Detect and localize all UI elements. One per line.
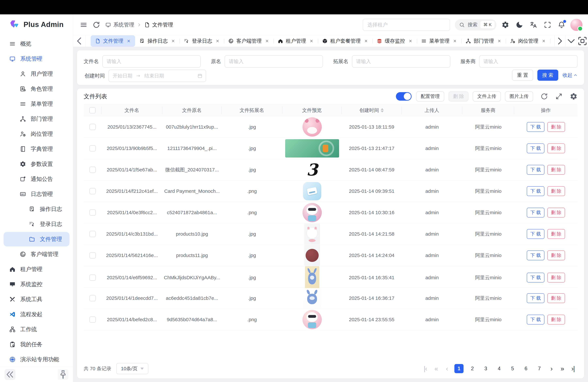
- download-button[interactable]: 下 载: [527, 144, 544, 153]
- tabs-scroll-right-button[interactable]: [554, 35, 566, 47]
- tab-租户管理[interactable]: 租户管理: [273, 35, 318, 47]
- collapse-filters-link[interactable]: 收起: [563, 72, 578, 79]
- sidebar-item-工作流[interactable]: 工作流: [0, 322, 73, 337]
- breadcrumb-item-files[interactable]: 文件管理: [144, 21, 173, 28]
- download-button[interactable]: 下 载: [527, 251, 544, 260]
- 拓展名-input[interactable]: 请输入: [352, 55, 450, 68]
- sidebar-item-字典管理[interactable]: 字典管理: [0, 142, 73, 156]
- file-preview-image[interactable]: [302, 117, 322, 137]
- file-preview-image[interactable]: [302, 203, 322, 222]
- hamburger-icon[interactable]: [80, 21, 87, 29]
- close-icon[interactable]: [542, 39, 546, 43]
- gear-icon[interactable]: [502, 21, 509, 29]
- download-button[interactable]: 下 载: [527, 273, 544, 282]
- row-checkbox[interactable]: [89, 124, 96, 130]
- tab-登录日志[interactable]: 登录日志: [180, 35, 224, 47]
- delete-button[interactable]: 删 除: [547, 315, 565, 324]
- row-checkbox[interactable]: [89, 167, 96, 173]
- bell-icon[interactable]: [558, 21, 566, 29]
- sidebar-item-系统工具[interactable]: 系统工具: [0, 292, 73, 307]
- delete-button[interactable]: 删 除: [547, 293, 565, 303]
- row-checkbox[interactable]: [89, 188, 96, 194]
- page-size-select[interactable]: 10条/页: [116, 363, 148, 374]
- sidebar-item-部门管理[interactable]: 部门管理: [0, 111, 73, 127]
- sidebar-item-日志管理[interactable]: DEV日志管理: [0, 187, 73, 202]
- page-1[interactable]: 1: [454, 364, 463, 373]
- content-fullscreen-button[interactable]: [577, 35, 588, 47]
- download-button[interactable]: 下 载: [527, 293, 544, 303]
- 文件名-input[interactable]: 请输入: [103, 55, 201, 68]
- jump-back-button[interactable]: «: [432, 364, 441, 373]
- download-button[interactable]: 下 载: [527, 315, 544, 324]
- page-3[interactable]: 3: [481, 364, 490, 373]
- delete-button[interactable]: 删 除: [547, 165, 565, 175]
- delete-button[interactable]: 删 除: [547, 144, 565, 153]
- close-icon[interactable]: [309, 39, 314, 43]
- table-settings-icon[interactable]: [570, 92, 578, 100]
- tab-客户端管理[interactable]: 客户端管理: [224, 35, 273, 47]
- sidebar-item-用户管理[interactable]: 用户管理: [0, 66, 73, 81]
- download-button[interactable]: 下 载: [527, 122, 544, 132]
- tab-岗位管理[interactable]: 岗位管理: [506, 35, 550, 47]
- toolbar-button-文件上传[interactable]: 文件上传: [473, 91, 501, 102]
- row-checkbox[interactable]: [89, 231, 96, 237]
- breadcrumb-item-system[interactable]: 系统管理: [105, 21, 134, 28]
- toolbar-button-配置管理[interactable]: 配置管理: [416, 91, 444, 102]
- table-refresh-icon[interactable]: [540, 92, 548, 100]
- file-preview-image[interactable]: [302, 310, 322, 329]
- sidebar-item-文件管理[interactable]: 文件管理: [0, 232, 73, 247]
- tab-菜单管理[interactable]: 菜单管理: [417, 35, 461, 47]
- tab-字典管理[interactable]: 字典管理: [550, 35, 554, 47]
- next-page-button[interactable]: ›: [547, 364, 556, 373]
- delete-button[interactable]: 删 除: [547, 122, 565, 132]
- tab-缓存监控[interactable]: redis缓存监控: [372, 35, 417, 47]
- tab-部门管理[interactable]: 部门管理: [461, 35, 506, 47]
- avatar[interactable]: [570, 19, 583, 31]
- file-preview-image[interactable]: [304, 245, 320, 266]
- search-button[interactable]: 搜 索: [537, 70, 558, 81]
- download-button[interactable]: 下 载: [527, 229, 544, 239]
- sidebar-item-参数设置[interactable]: 参数设置: [0, 156, 73, 171]
- fullscreen-icon[interactable]: [544, 21, 551, 29]
- sidebar-item-岗位管理[interactable]: 岗位管理: [0, 127, 73, 142]
- delete-button[interactable]: 删 除: [547, 208, 565, 217]
- sidebar-pin-button[interactable]: [58, 369, 68, 380]
- sidebar-item-登录日志[interactable]: 登录日志: [0, 217, 73, 232]
- close-icon[interactable]: [215, 39, 220, 43]
- sidebar-item-系统监控[interactable]: 系统监控: [0, 277, 73, 292]
- tabs-dropdown-button[interactable]: [566, 35, 577, 47]
- config-toggle[interactable]: [396, 92, 412, 101]
- download-button[interactable]: 下 载: [527, 165, 544, 175]
- file-preview-image[interactable]: [303, 288, 321, 308]
- file-preview-image[interactable]: 3: [306, 162, 318, 178]
- row-checkbox[interactable]: [89, 317, 96, 323]
- sidebar-item-概览[interactable]: 概览: [0, 36, 73, 51]
- moon-icon[interactable]: [515, 21, 523, 29]
- select-all-checkbox[interactable]: [89, 107, 96, 113]
- tab-文件管理[interactable]: 文件管理: [91, 35, 135, 47]
- file-preview-image[interactable]: [305, 266, 319, 289]
- refresh-icon[interactable]: [92, 21, 100, 29]
- page-6[interactable]: 6: [521, 364, 530, 373]
- sidebar-item-操作日志[interactable]: 操作日志: [0, 202, 73, 217]
- last-page-button[interactable]: ›|: [568, 364, 578, 373]
- sidebar-item-流程发起[interactable]: 流程发起: [0, 307, 73, 322]
- global-search[interactable]: 搜索 ⌘ K: [455, 19, 497, 31]
- delete-button[interactable]: 删 除: [547, 229, 565, 239]
- row-checkbox[interactable]: [89, 145, 96, 151]
- row-checkbox[interactable]: [89, 295, 96, 301]
- table-expand-icon[interactable]: [555, 92, 563, 100]
- 原名-input[interactable]: 请输入: [225, 55, 323, 68]
- tab-租户套餐管理[interactable]: 租户套餐管理: [318, 35, 372, 47]
- row-checkbox[interactable]: [89, 252, 96, 258]
- sort-control[interactable]: [381, 108, 384, 112]
- row-checkbox[interactable]: [89, 275, 96, 281]
- file-preview-image[interactable]: [303, 182, 321, 200]
- sidebar-item-菜单管理[interactable]: 菜单管理: [0, 96, 73, 111]
- row-checkbox[interactable]: [89, 210, 96, 216]
- reset-button[interactable]: 重 置: [512, 70, 533, 81]
- close-icon[interactable]: [265, 39, 269, 43]
- jump-forward-button[interactable]: »: [558, 364, 567, 373]
- first-page-button[interactable]: |‹: [421, 364, 430, 373]
- sidebar-item-角色管理[interactable]: 角色管理: [0, 81, 73, 96]
